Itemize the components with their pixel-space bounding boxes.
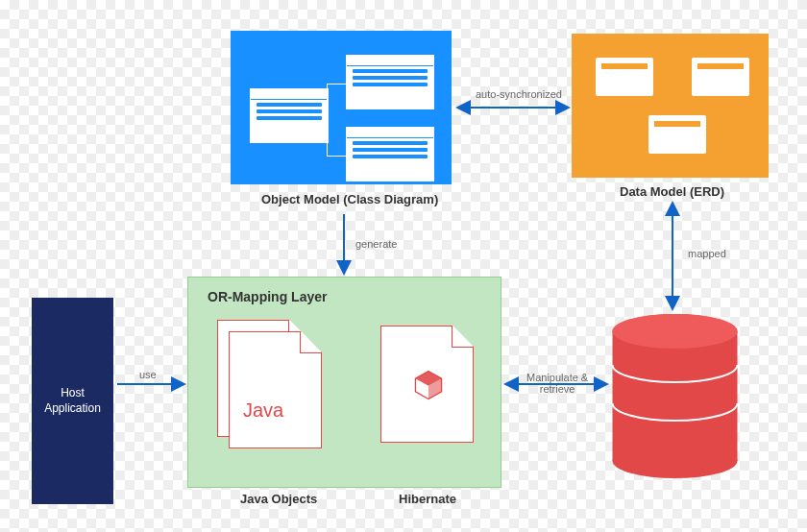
erd-entity-box	[596, 58, 653, 96]
or-mapping-layer-panel: OR-Mapping Layer Java	[187, 277, 501, 488]
host-application-block: Host Application	[32, 298, 113, 504]
svg-point-5	[613, 444, 738, 478]
java-logo-text: Java	[243, 399, 283, 422]
hibernate-caption: Hibernate	[399, 492, 456, 506]
java-document-icon: Java	[229, 331, 322, 448]
database-icon	[610, 312, 740, 480]
svg-point-6	[613, 314, 738, 349]
java-objects-caption: Java Objects	[240, 492, 317, 506]
arrow-label-manipulate: Manipulate & retrieve	[526, 372, 588, 395]
object-model-caption: Object Model (Class Diagram)	[261, 192, 438, 206]
class-diagram-box	[250, 88, 329, 143]
object-model-panel	[231, 31, 452, 184]
arrow-label-autosync: auto-synchronized	[476, 88, 562, 100]
class-diagram-box	[346, 55, 434, 109]
hibernate-cube-icon	[412, 369, 445, 401]
data-model-panel	[572, 34, 769, 178]
arrow-label-use: use	[139, 369, 157, 380]
class-diagram-box	[346, 127, 434, 181]
arrow-label-generate: generate	[355, 238, 397, 250]
data-model-caption: Data Model (ERD)	[620, 184, 724, 199]
erd-entity-box	[692, 58, 749, 96]
svg-rect-4	[613, 331, 738, 461]
host-application-label: Host Application	[44, 386, 101, 416]
hibernate-document-icon	[380, 326, 474, 443]
erd-entity-box	[648, 115, 706, 154]
or-mapping-title: OR-Mapping Layer	[208, 289, 327, 304]
arrow-label-mapped: mapped	[688, 248, 726, 259]
